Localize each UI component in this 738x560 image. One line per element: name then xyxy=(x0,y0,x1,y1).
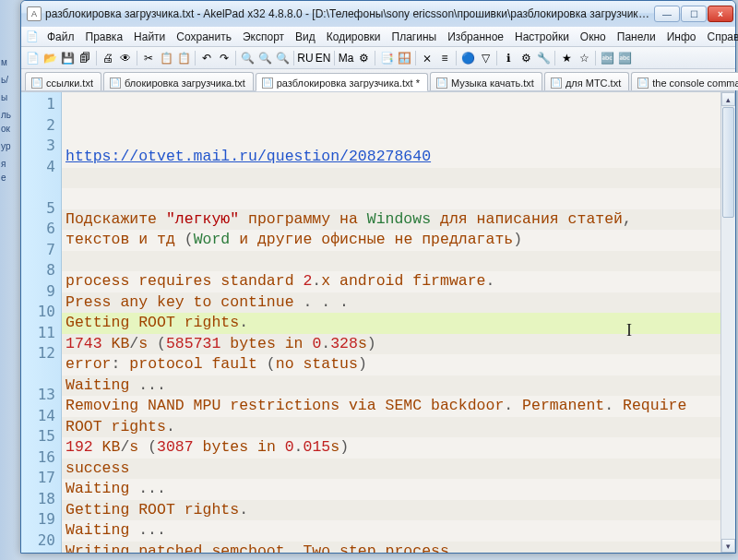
toolbar-button[interactable]: 🔤 xyxy=(599,50,615,66)
document-tab[interactable]: 📄блокировка загрузчика.txt xyxy=(103,72,254,90)
toolbar-button[interactable]: 🔤 xyxy=(616,50,633,66)
menu-файл[interactable]: Файл xyxy=(42,29,80,45)
toolbar-button[interactable]: 🔍 xyxy=(239,50,256,66)
toolbar-button[interactable]: 🖨 xyxy=(100,50,116,66)
editor-line[interactable]: Getting ROOT rights. xyxy=(62,313,720,334)
document-tab[interactable]: 📄ссылки.txt xyxy=(25,72,101,90)
editor-line[interactable]: ROOT rights. xyxy=(62,417,720,438)
line-number: 12 xyxy=(21,343,61,364)
document-tab[interactable]: 📄для МТС.txt xyxy=(544,72,629,90)
menu-правка[interactable]: Правка xyxy=(80,29,129,45)
toolbar-button[interactable]: EN xyxy=(315,50,331,66)
toolbar-button[interactable]: 📋 xyxy=(175,50,192,66)
background-fragment: я xyxy=(0,157,20,171)
separator xyxy=(595,51,596,66)
menu-окно[interactable]: Окно xyxy=(575,29,612,45)
token: . . . xyxy=(303,293,349,311)
toolbar-button[interactable]: 🔵 xyxy=(459,50,476,66)
toolbar-button[interactable]: ↷ xyxy=(216,50,232,66)
editor-line[interactable]: Removing NAND MPU restrictions via SEMC … xyxy=(62,396,720,417)
toolbar-button[interactable]: 📑 xyxy=(378,50,395,66)
token: текстов и тд xyxy=(65,231,184,248)
vertical-scrollbar[interactable]: ▴ ▾ xyxy=(720,92,735,553)
editor-line[interactable]: success xyxy=(62,459,720,480)
editor-line[interactable]: https://otvet.mail.ru/question/208278640 xyxy=(62,147,720,168)
background-fragment: ь/ xyxy=(0,73,20,87)
token: . xyxy=(486,272,495,290)
menu-плагины[interactable]: Плагины xyxy=(387,29,443,45)
toolbar-button[interactable]: ✂ xyxy=(140,50,157,66)
file-icon: 📄 xyxy=(110,77,121,89)
token: error xyxy=(65,355,112,373)
scroll-down-button[interactable]: ▾ xyxy=(721,539,735,553)
token: 328 xyxy=(330,335,358,352)
menu-найти[interactable]: Найти xyxy=(128,29,171,45)
toolbar-button[interactable]: ℹ xyxy=(500,50,517,66)
editor-line[interactable]: Getting ROOT rights. xyxy=(62,500,720,521)
menu-справка[interactable]: Справка xyxy=(701,29,738,45)
titlebar[interactable]: A разблокировка загрузчика.txt - AkelPad… xyxy=(21,1,735,27)
editor-line[interactable]: Waiting ... xyxy=(62,375,720,397)
toolbar-button[interactable]: RU xyxy=(297,50,314,66)
separator xyxy=(456,51,457,66)
editor-line[interactable]: error: protocol fault (no status) xyxy=(62,354,720,375)
toolbar-button[interactable]: 🗐 xyxy=(77,50,93,66)
token: Permanent xyxy=(513,397,604,414)
toolbar-button[interactable]: ↶ xyxy=(198,50,215,66)
menu-экспорт[interactable]: Экспорт xyxy=(237,29,290,45)
toolbar-button[interactable]: ★ xyxy=(558,50,575,66)
toolbar-button[interactable]: 🔍 xyxy=(256,50,273,66)
toolbar-button[interactable]: 🔍 xyxy=(274,50,291,66)
toolbar-button[interactable]: 📋 xyxy=(158,50,174,66)
menu-вид[interactable]: Вид xyxy=(290,29,321,45)
tab-label: разблокировка загрузчика.txt * xyxy=(277,77,420,89)
editor-line[interactable] xyxy=(62,251,720,272)
editor-line[interactable] xyxy=(62,168,720,189)
toolbar-button[interactable]: ⚙ xyxy=(355,50,372,66)
toolbar-button[interactable]: ≡ xyxy=(436,50,453,66)
menu-избранное[interactable]: Избранное xyxy=(442,29,509,45)
close-button[interactable]: × xyxy=(708,6,733,22)
token: Require xyxy=(613,397,686,414)
toolbar-button[interactable]: 📂 xyxy=(42,50,58,66)
document-tab[interactable]: 📄Музыка качать.txt xyxy=(430,72,542,90)
editor-line[interactable]: 192 KB/s (3087 bytes in 0.015s) xyxy=(62,437,720,459)
scroll-thumb[interactable] xyxy=(722,107,734,218)
toolbar-button[interactable]: 👁 xyxy=(117,50,134,66)
toolbar-button[interactable]: ☆ xyxy=(576,50,592,66)
toolbar-button[interactable]: Ma xyxy=(338,50,354,66)
editor-line[interactable]: Press any key to continue . . . xyxy=(62,292,720,314)
editor-line[interactable]: 1743 KB/s (585731 bytes in 0.328s) xyxy=(62,334,720,355)
scroll-up-button[interactable]: ▴ xyxy=(721,92,735,106)
background-bleed: мь/ыльокуряе xyxy=(0,0,20,560)
editor-line[interactable]: Writing patched semcboot. Two step proce… xyxy=(62,542,720,554)
toolbar-button[interactable]: 🪟 xyxy=(396,50,412,66)
toolbar-button[interactable]: ▽ xyxy=(477,50,494,66)
menu-панели[interactable]: Панели xyxy=(612,29,661,45)
toolbar-button[interactable]: ⚙ xyxy=(518,50,534,66)
token: . xyxy=(239,501,248,518)
menu-инфо[interactable]: Инфо xyxy=(661,29,702,45)
editor-line[interactable]: текстов и тд (Word и другие офисные не п… xyxy=(62,230,720,251)
toolbar-button[interactable]: 💾 xyxy=(59,50,76,66)
minimize-button[interactable]: — xyxy=(654,6,680,22)
editor-line[interactable]: Waiting ... xyxy=(62,520,720,542)
text-editor[interactable]: I https://otvet.mail.ru/question/2082786… xyxy=(62,92,720,553)
document-tab[interactable]: 📄the console command.txt xyxy=(631,72,738,90)
editor-line[interactable] xyxy=(62,188,720,209)
menu-сохранить[interactable]: Сохранить xyxy=(171,29,237,45)
editor-line[interactable]: Waiting ... xyxy=(62,479,720,500)
editor-line[interactable]: Подскажите "легкую" программу на Windows… xyxy=(62,209,720,231)
line-number: 1 xyxy=(21,94,61,115)
line-number: 16 xyxy=(21,447,61,469)
editor-line[interactable]: process requires standard 2.x android fi… xyxy=(62,271,720,292)
menu-кодировки[interactable]: Кодировки xyxy=(321,29,387,45)
toolbar-button[interactable]: 🔧 xyxy=(535,50,552,66)
toolbar-button[interactable]: 📄 xyxy=(24,50,41,66)
menu-настройки[interactable]: Настройки xyxy=(509,29,575,45)
document-tab[interactable]: 📄разблокировка загрузчика.txt * xyxy=(256,73,428,91)
token: KB xyxy=(102,335,130,352)
tab-label: для МТС.txt xyxy=(565,77,621,89)
toolbar-button[interactable]: ⨯ xyxy=(419,50,435,66)
maximize-button[interactable]: ☐ xyxy=(681,6,707,22)
